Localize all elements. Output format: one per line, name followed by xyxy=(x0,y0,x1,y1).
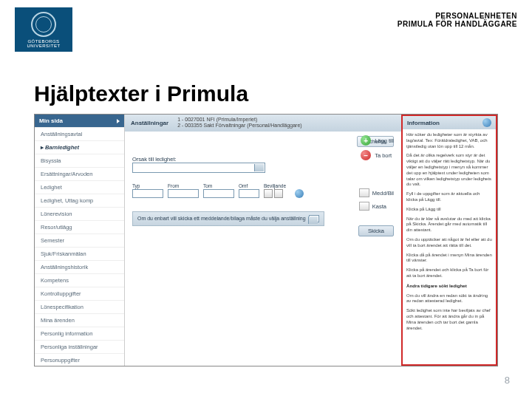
sidebar: Min sida Anställningsavtal Barnledighet … xyxy=(35,115,125,366)
info-paragraph: Fyll i de uppgifter som är aktuella och … xyxy=(406,191,492,203)
note-dropdown[interactable]: Om du enbart vill skicka ett meddelande/… xyxy=(132,211,324,226)
cause-select[interactable] xyxy=(132,163,265,173)
tom-input[interactable] xyxy=(203,189,234,198)
date-row: Typ From Tom Omf Beviljande xyxy=(132,183,394,198)
sidebar-head-label: Min sida xyxy=(39,117,63,124)
page-title: Hjälptexter i Primula xyxy=(34,81,532,106)
action-column: + Lägg till – Ta bort xyxy=(361,135,394,160)
from-label: From xyxy=(168,183,199,188)
employment-line-1: 1 - 0027001 NFI (Primula/Imperiet) xyxy=(177,117,257,122)
sidebar-item[interactable]: Personlig information xyxy=(35,327,124,340)
university-logo: GÖTEBORGS UNIVERSITET xyxy=(15,7,72,52)
attachment-button[interactable]: Medd/Bil xyxy=(359,188,394,197)
logo-seal xyxy=(31,12,56,37)
main-panel: Anställningar 1 - 0027001 NFI (Primula/I… xyxy=(125,115,401,366)
sidebar-item[interactable]: Semester xyxy=(35,233,124,247)
sidebar-item[interactable]: Lönerevision xyxy=(35,207,124,220)
sidebar-item[interactable]: Ersättningar/Arvoden xyxy=(35,167,124,180)
add-action[interactable]: + Lägg till xyxy=(361,135,394,146)
page-number: 8 xyxy=(505,375,510,386)
discard-label: Kasta xyxy=(372,203,386,210)
info-help-icon[interactable] xyxy=(482,118,491,127)
remove-action[interactable]: – Ta bort xyxy=(361,150,394,160)
sidebar-item[interactable]: Resor/utlägg xyxy=(35,220,124,233)
header-dept: PERSONALENHETEN xyxy=(398,12,517,20)
header-subtitle: PRIMULA FÖR HANDLÄGGARE xyxy=(398,20,517,28)
discard-button[interactable]: Kasta xyxy=(359,202,386,211)
info-panel: Information Här söker du ledigheter som … xyxy=(401,115,497,366)
attachment-icon xyxy=(359,188,369,197)
info-header: Information xyxy=(403,116,496,129)
sidebar-item[interactable]: Bisyssla xyxy=(35,154,124,167)
omf-label: Omf xyxy=(239,183,259,188)
attachment-label: Medd/Bil xyxy=(372,190,394,197)
logo-text-2: UNIVERSITET xyxy=(27,44,60,48)
bevilgande-label: Beviljande xyxy=(264,183,286,188)
employment-line-2: 2 - 003355 Sakt Förvaltningar (Personal/… xyxy=(177,123,302,128)
send-button[interactable]: Skicka xyxy=(358,225,394,236)
omf-input[interactable] xyxy=(239,189,259,198)
trash-icon xyxy=(359,202,369,211)
sidebar-item[interactable]: Lönespecifikation xyxy=(35,300,124,313)
sidebar-item[interactable]: Mina ärenden xyxy=(35,313,124,327)
chevron-down-icon xyxy=(117,119,120,123)
info-paragraph: Om du vill ändra en redan sökt ta ändrin… xyxy=(406,293,492,305)
minus-icon: – xyxy=(361,150,371,160)
tom-label: Tom xyxy=(203,183,234,188)
info-paragraph: Klicka på ärendet och klicka på Ta bort … xyxy=(406,267,492,279)
info-paragraph: Klicka då på ärendet i menyn Mina ärende… xyxy=(406,253,492,265)
from-input[interactable] xyxy=(168,189,199,198)
calendar-icon[interactable] xyxy=(264,189,273,198)
sidebar-item[interactable]: Kompetens xyxy=(35,273,124,287)
note-select-arrow xyxy=(309,215,319,222)
info-paragraph: Om du upptäcker att något är fel eller a… xyxy=(406,237,492,249)
app-screenshot: Min sida Anställningsavtal Barnledighet … xyxy=(34,114,498,366)
sidebar-item[interactable]: Anställningsavtal xyxy=(35,127,124,140)
plus-icon: + xyxy=(361,135,371,146)
main-header-title: Anställningar xyxy=(131,120,168,126)
add-label: Lägg till xyxy=(375,137,394,144)
sidebar-item-active[interactable]: Barnledighet xyxy=(35,140,124,154)
note-text: Om du enbart vill skicka ett meddelande/… xyxy=(137,216,306,221)
info-subheading: Ändra tidigare sökt ledighet xyxy=(406,283,467,288)
sidebar-item[interactable]: Sjuk/Friskanmälan xyxy=(35,247,124,260)
typ-input[interactable] xyxy=(132,189,163,198)
info-body: Här söker du ledigheter som är styrkta a… xyxy=(403,129,496,364)
main-header: Anställningar 1 - 0027001 NFI (Primula/I… xyxy=(125,115,401,132)
info-paragraph: När du är klar så avslutar du med att kl… xyxy=(406,216,492,233)
info-paragraph: Då det är olika regelverk som styr är de… xyxy=(406,153,492,188)
help-icon[interactable] xyxy=(295,189,304,198)
sidebar-item[interactable]: Personuppgifter xyxy=(35,353,124,366)
calendar-icon[interactable] xyxy=(274,189,283,198)
typ-label: Typ xyxy=(132,183,163,188)
info-paragraph: Sökt ledighet som inte har beviljats av … xyxy=(406,308,492,331)
sidebar-item[interactable]: Ledighet xyxy=(35,180,124,194)
sidebar-head-minsida[interactable]: Min sida xyxy=(35,115,124,127)
info-paragraph: Klicka på Lägg till xyxy=(406,207,492,213)
remove-label: Ta bort xyxy=(375,152,392,159)
info-title: Information xyxy=(407,120,440,126)
sidebar-item[interactable]: Ledighet, Uttag komp xyxy=(35,194,124,207)
sidebar-item[interactable]: Anställningshistorik xyxy=(35,260,124,273)
sidebar-item[interactable]: Kontrolluppgifter xyxy=(35,287,124,300)
cause-label: Orsak till ledighet: xyxy=(132,156,394,163)
info-paragraph: Här söker du ledigheter som är styrkta a… xyxy=(406,132,492,149)
sidebar-item[interactable]: Personliga inställningar xyxy=(35,340,124,353)
